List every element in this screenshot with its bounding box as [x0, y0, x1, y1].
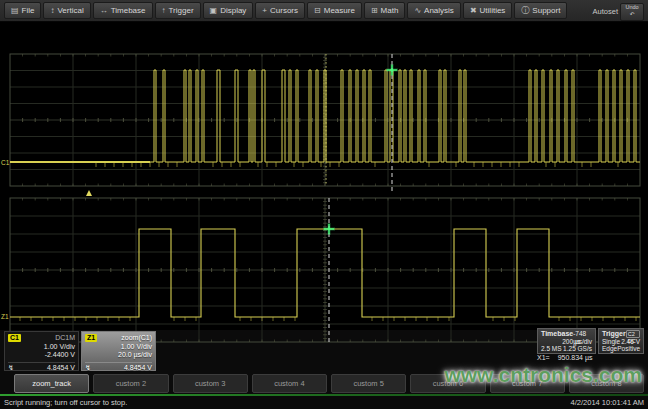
z1-cursor-value: 4.8454 V: [124, 364, 152, 372]
trigger-panel[interactable]: TriggerC2 DC Single2.46 V EdgePositive: [598, 328, 644, 354]
menu-item-label: Support: [532, 6, 560, 15]
x1-value: 950.834 µs: [558, 354, 593, 361]
x1-label: X1=: [537, 354, 550, 361]
tab-custom-4[interactable]: custom 4: [252, 374, 327, 393]
trigger-icon: ↑: [162, 7, 166, 15]
c1-offset: -2.4400 V: [8, 351, 75, 359]
menu-item-label: Utilities: [480, 6, 506, 15]
menu-item-analysis[interactable]: ∿Analysis: [407, 2, 461, 19]
analysis-icon: ∿: [414, 7, 421, 15]
menu-item-display[interactable]: ▣Display: [203, 2, 254, 19]
menu-item-support[interactable]: ⓘSupport: [514, 2, 567, 19]
c1-vdiv: 1.00 V/div: [8, 343, 75, 351]
z1-vdiv: 1.00 V/div: [85, 343, 152, 351]
menu-item-file[interactable]: ▤File: [4, 2, 41, 19]
timebase-rate: 1.25 GS/s: [563, 345, 592, 353]
tab-custom-5[interactable]: custom 5: [331, 374, 406, 393]
menu-item-label: Analysis: [424, 6, 454, 15]
zoom-position-triangle-icon: [86, 190, 92, 196]
status-bar: Script running; turn off cursor to stop.…: [0, 396, 648, 409]
cursors-icon: +: [262, 7, 267, 15]
c1-cursor-value: 4.8454 V: [47, 364, 75, 372]
file-icon: ▤: [11, 7, 19, 15]
waveform-display[interactable]: C1Z1: [0, 22, 648, 330]
menu-item-utilities[interactable]: ✖Utilities: [463, 2, 512, 19]
menu-item-label: Display: [220, 6, 246, 15]
timebase-label: Timebase: [541, 330, 573, 338]
trigger-type: Edge: [602, 345, 617, 353]
menu-item-label: Timebase: [111, 6, 146, 15]
z1-bolt-icon: ↯: [85, 364, 91, 372]
measure-icon: ⊟: [314, 7, 321, 15]
z1-tdiv: 20.0 µs/div: [85, 351, 152, 359]
cursor-x1-readout: X1= 950.834 µs: [537, 354, 647, 361]
trigger-source-badge: C2 DC: [626, 330, 640, 338]
timebase-tdiv: 200 µs/div: [562, 338, 592, 346]
watermark: www.cntronics.com: [444, 363, 642, 387]
z1-position-label: Z1: [1, 313, 9, 320]
status-datetime: 4/2/2014 10:01:41 AM: [571, 398, 644, 407]
c1-position-label: C1: [1, 159, 10, 166]
trigger-level: 2.46 V: [621, 338, 640, 346]
trigger-label: Trigger: [602, 330, 626, 338]
trigger-mode: Single: [602, 338, 620, 346]
menu-item-measure[interactable]: ⊟Measure: [307, 2, 362, 19]
c1-bolt-icon: ↯: [8, 364, 14, 372]
support-icon: ⓘ: [521, 7, 529, 15]
scope-graticule: C1Z1: [0, 22, 648, 352]
menu-item-cursors[interactable]: +Cursors: [255, 2, 305, 19]
c1-coupling: DC1M: [55, 334, 75, 342]
z1-badge: Z1: [85, 334, 97, 342]
status-message: Script running; turn off cursor to stop.: [4, 398, 127, 407]
undo-label: Undo: [625, 4, 638, 10]
math-icon: ⊞: [371, 7, 378, 15]
menu-item-label: File: [22, 6, 35, 15]
menu-item-label: Vertical: [57, 6, 83, 15]
menu-bar: Autoset Undo ↶ ▤File↕Vertical↔Timebase↑T…: [0, 0, 648, 22]
tab-custom-2[interactable]: custom 2: [93, 374, 168, 393]
timebase-icon: ↔: [100, 7, 108, 15]
channel-descriptor-z1[interactable]: Z1 zoom(C1) 1.00 V/div 20.0 µs/div ↯ 4.8…: [81, 331, 156, 371]
timebase-delay: -748 µs: [573, 330, 592, 338]
menu-item-label: Trigger: [169, 6, 194, 15]
timebase-samples: 2.5 MS: [541, 345, 562, 353]
menu-item-trigger[interactable]: ↑Trigger: [155, 2, 201, 19]
undo-icon: ↶: [630, 11, 635, 17]
channel-descriptor-c1[interactable]: C1 DC1M 1.00 V/div -2.4400 V ↯ 4.8454 V: [4, 331, 79, 371]
undo-button[interactable]: Undo ↶: [620, 3, 644, 21]
c1-badge: C1: [8, 334, 21, 342]
menu-item-label: Math: [381, 6, 399, 15]
menu-item-vertical[interactable]: ↕Vertical: [43, 2, 90, 19]
tab-zoom_track[interactable]: zoom_track: [14, 374, 89, 393]
menu-item-label: Measure: [324, 6, 355, 15]
timebase-panel[interactable]: Timebase-748 µs 200 µs/div 2.5 MS1.25 GS…: [537, 328, 596, 354]
tab-custom-3[interactable]: custom 3: [173, 374, 248, 393]
autoset-label[interactable]: Autoset: [593, 7, 618, 16]
menu-item-timebase[interactable]: ↔Timebase: [93, 2, 153, 19]
menu-item-label: Cursors: [270, 6, 298, 15]
display-icon: ▣: [210, 7, 218, 15]
vertical-icon: ↕: [50, 7, 54, 15]
z1-source: zoom(C1): [121, 334, 152, 342]
utilities-icon: ✖: [470, 7, 477, 15]
menu-item-math[interactable]: ⊞Math: [364, 2, 406, 19]
trigger-slope: Positive: [617, 345, 640, 353]
